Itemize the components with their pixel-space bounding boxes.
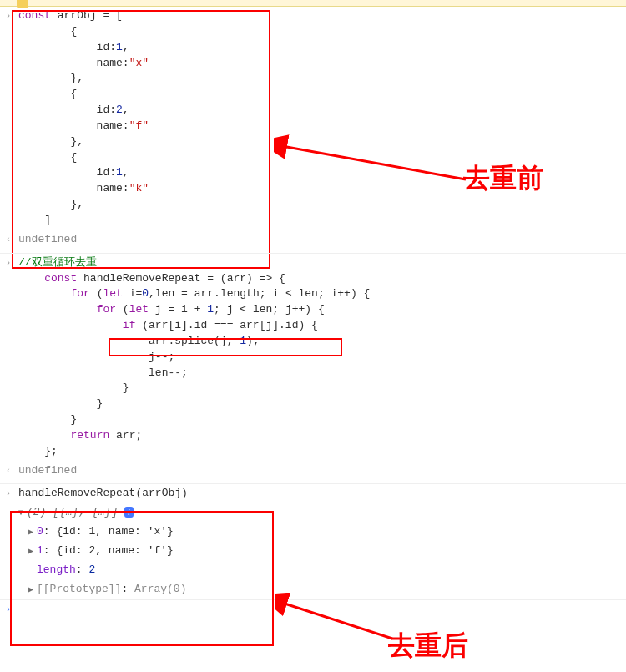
code-block-1: const arrObj = [ { id:1, name:"x" }, { i… [15,8,149,229]
result-undefined: undefined [15,232,77,248]
array-length: length: 2 [33,563,95,579]
array-item-0[interactable]: ▶0: {id: 1, name: 'x'} [25,524,174,540]
array-summary[interactable]: ▼(2) [{…}, {…}] i [15,505,134,521]
output-marker-icon: ‹ [2,232,15,247]
chevron-right-icon[interactable]: ▶ [28,527,37,539]
console-input-row[interactable]: › handleRemoveRepeat(arrObj) [0,483,626,503]
input-marker-icon: › [2,255,15,270]
chevron-right-icon[interactable]: ▶ [28,546,37,558]
result-item-row[interactable]: ▶0: {id: 1, name: 'x'} [0,523,626,542]
input-marker-icon: › [2,602,15,617]
array-item-1[interactable]: ▶1: {id: 2, name: 'f'} [25,543,174,559]
code-block-2: //双重循环去重 const handleRemoveRepeat = (arr… [15,255,370,460]
empty-prompt[interactable] [15,602,25,618]
chevron-right-icon[interactable]: ▶ [28,584,37,597]
console-prompt-row[interactable]: › [0,599,626,619]
chevron-down-icon[interactable]: ▼ [18,508,27,520]
console-output-row: ‹ undefined [0,230,626,250]
console-input-row[interactable]: › const arrObj = [ { id:1, name:"x" }, {… [0,7,626,230]
warning-bar [0,0,626,7]
array-prototype[interactable]: ▶[[Prototype]]: Array(0) [25,582,186,598]
result-undefined: undefined [15,463,77,479]
result-item-row[interactable]: ▶1: {id: 2, name: 'f'} [0,542,626,561]
result-length-row: length: 2 [0,561,626,580]
code-call: handleRemoveRepeat(arrObj) [15,486,188,502]
console-output-row: ‹ undefined [0,462,626,481]
input-marker-icon: › [2,8,15,23]
result-proto-row[interactable]: ▶[[Prototype]]: Array(0) [0,580,626,599]
output-marker-icon: ‹ [2,463,15,478]
console-input-row[interactable]: › //双重循环去重 const handleRemoveRepeat = (a… [0,253,626,462]
info-badge[interactable]: i [124,507,134,518]
result-summary-row[interactable]: ▼(2) [{…}, {…}] i [0,503,626,523]
input-marker-icon: › [2,486,15,501]
